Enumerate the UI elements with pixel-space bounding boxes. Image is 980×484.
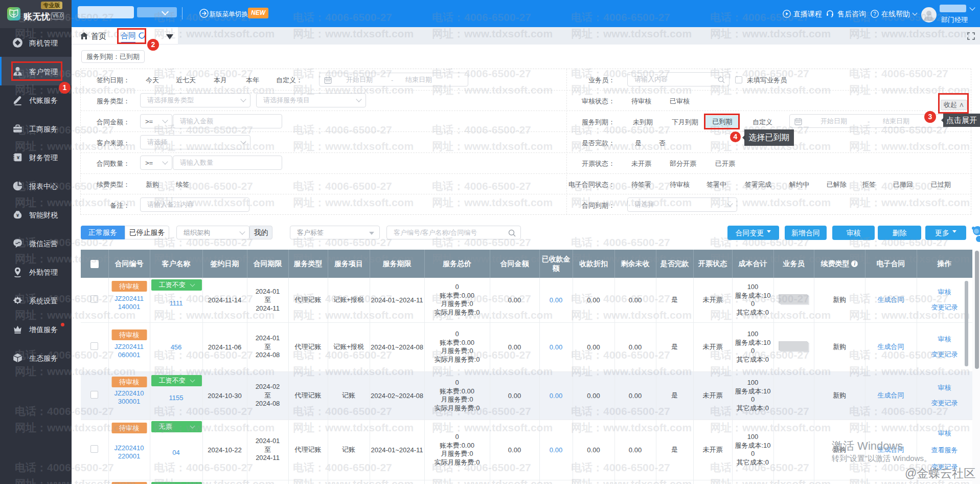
svg-text:¥: ¥ — [16, 212, 19, 218]
svg-text:¥: ¥ — [17, 155, 20, 160]
svg-text:?: ? — [873, 11, 876, 17]
